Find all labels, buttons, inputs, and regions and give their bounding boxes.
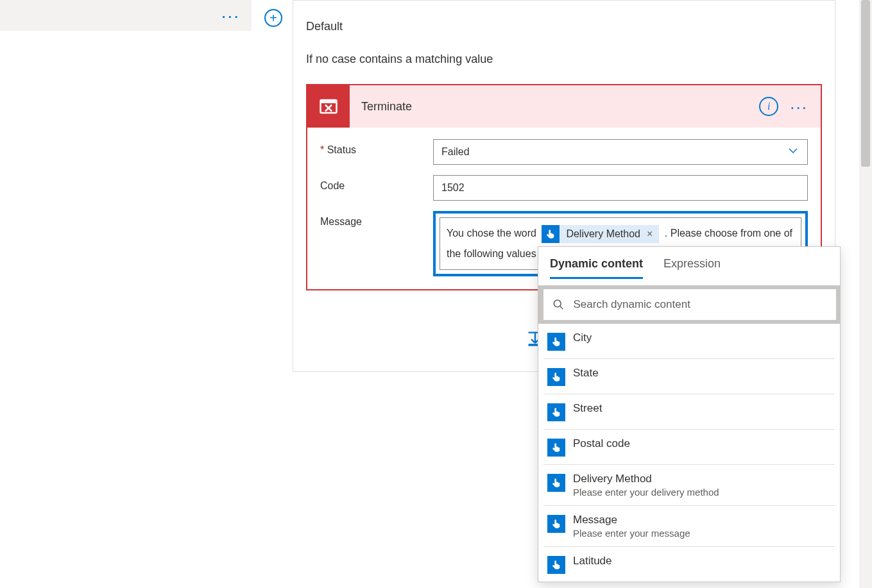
dynamic-content-panel: Dynamic content Expression City State St… xyxy=(538,246,841,582)
message-text-part: You chose the word xyxy=(447,228,539,239)
terminate-icon xyxy=(307,85,350,128)
action-header[interactable]: Terminate i ... xyxy=(307,85,821,128)
status-label: Status xyxy=(320,139,433,156)
code-input[interactable] xyxy=(433,175,808,201)
dynamic-search-input[interactable] xyxy=(573,298,827,311)
dynamic-token-delivery-method[interactable]: Delivery Method × xyxy=(542,225,659,243)
token-label: Delivery Method xyxy=(560,224,647,244)
dynamic-item-label: City xyxy=(573,332,592,344)
scrollbar-thumb[interactable] xyxy=(861,0,870,167)
dynamic-item-latitude[interactable]: Latitude xyxy=(543,547,835,582)
dynamic-item-label: Street xyxy=(573,402,602,414)
hand-icon xyxy=(547,368,565,386)
info-icon[interactable]: i xyxy=(759,97,778,116)
page-scrollbar[interactable] xyxy=(859,0,872,588)
hand-icon xyxy=(547,439,565,457)
dynamic-item-desc: Please enter your message xyxy=(573,528,690,539)
hand-icon xyxy=(547,556,565,574)
dynamic-item-state[interactable]: State xyxy=(543,359,835,394)
action-title: Terminate xyxy=(350,100,759,113)
tab-dynamic-content[interactable]: Dynamic content xyxy=(550,257,643,279)
action-more-button[interactable]: ... xyxy=(790,100,808,113)
dynamic-item-city[interactable]: City xyxy=(543,324,835,359)
case-subtitle: If no case contains a matching value xyxy=(306,53,822,66)
dynamic-item-label: Delivery Method xyxy=(573,473,719,485)
previous-case-stub: ... xyxy=(0,0,252,31)
status-dropdown[interactable] xyxy=(433,139,808,165)
dynamic-item-street[interactable]: Street xyxy=(543,394,835,430)
hand-icon xyxy=(547,515,565,533)
message-label: Message xyxy=(320,211,433,228)
hand-icon xyxy=(547,333,565,351)
dynamic-item-label: Message xyxy=(573,514,690,526)
plus-icon: + xyxy=(269,11,277,26)
dynamic-item-message[interactable]: Message Please enter your message xyxy=(543,506,835,547)
code-label: Code xyxy=(320,175,433,192)
dynamic-item-postal-code[interactable]: Postal code xyxy=(543,430,835,465)
add-case-button[interactable]: + xyxy=(264,9,282,27)
dynamic-content-list: City State Street Postal code Delivery M… xyxy=(538,324,840,582)
dynamic-item-delivery-method[interactable]: Delivery Method Please enter your delive… xyxy=(543,465,835,506)
search-icon xyxy=(552,298,564,311)
dynamic-item-label: Latitude xyxy=(573,555,612,567)
dynamic-item-desc: Please enter your delivery method xyxy=(573,487,719,498)
dynamic-item-label: State xyxy=(573,367,599,379)
case-more-button[interactable]: ... xyxy=(221,9,240,22)
case-title: Default xyxy=(306,20,822,33)
dynamic-search[interactable] xyxy=(543,289,836,320)
hand-icon xyxy=(542,225,560,243)
dynamic-item-label: Postal code xyxy=(573,437,630,449)
token-remove-button[interactable]: × xyxy=(647,224,659,244)
hand-icon xyxy=(547,474,565,492)
hand-icon xyxy=(547,403,565,421)
tab-expression[interactable]: Expression xyxy=(663,257,721,279)
